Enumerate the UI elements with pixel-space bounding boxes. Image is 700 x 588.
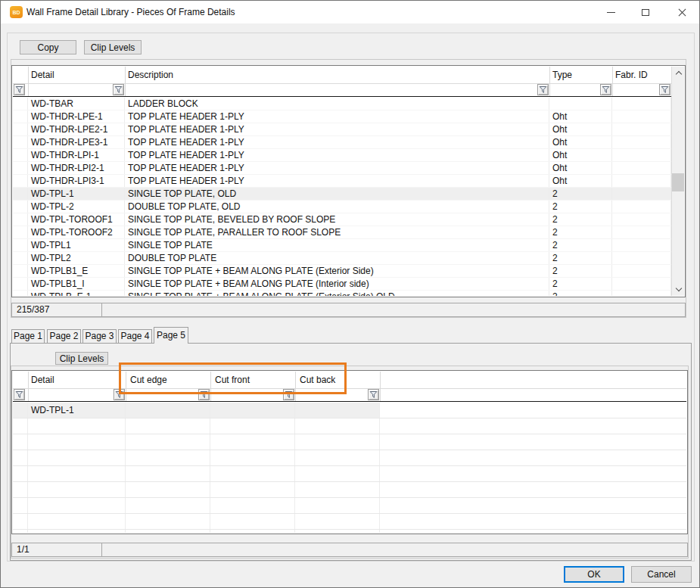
table-row[interactable]: WD-TPL-2DOUBLE TOP PLATE, OLD2 — [13, 201, 671, 213]
filter-button-fabr-id[interactable] — [659, 84, 670, 95]
empty-row — [13, 418, 686, 434]
row-gutter-cell — [13, 213, 28, 226]
copy-button[interactable]: Copy — [20, 40, 76, 54]
cell-fabr-id — [612, 175, 671, 187]
row-gutter-cell — [13, 482, 28, 497]
ok-button[interactable]: OK — [564, 566, 624, 583]
maximize-icon — [642, 9, 649, 16]
column-header-description[interactable]: Description — [128, 70, 173, 80]
record-count: 215/387 — [12, 303, 102, 316]
table-row[interactable]: WD-TBARLADDER BLOCK — [13, 98, 671, 110]
maximize-button[interactable] — [628, 1, 663, 23]
cell-detail: WD-TBAR — [28, 98, 125, 110]
table-row[interactable]: WD-THDR-LPE-1TOP PLATE HEADER 1-PLYOht — [13, 110, 671, 123]
page5-grid-panel: Detail Cut edge Cut front Cut back WD-TP… — [11, 366, 689, 558]
filter-button-type[interactable] — [600, 84, 611, 95]
cell-fabr-id — [612, 265, 671, 277]
table-row[interactable]: WD-TPLB_E-1SINGLE TOP PLATE + BEAM ALONG… — [13, 291, 671, 296]
table-row[interactable]: WD-TPL1SINGLE TOP PLATE2 — [13, 239, 671, 252]
table-row[interactable]: WD-TPL-1 — [13, 403, 686, 418]
cell-detail: WD-THDR-LPE3-1 — [28, 136, 125, 148]
column-header-detail[interactable]: Detail — [31, 70, 54, 80]
column-header-detail[interactable]: Detail — [31, 375, 54, 385]
table-row[interactable]: WD-THDR-LPI-1TOP PLATE HEADER 1-PLYOht — [13, 149, 671, 162]
cell-fabr-id — [612, 226, 671, 238]
row-gutter-cell — [13, 98, 28, 110]
details-grid-rows: WD-TBARLADDER BLOCKWD-THDR-LPE-1TOP PLAT… — [13, 98, 671, 296]
cell-detail — [28, 418, 126, 434]
cell-cut-back — [295, 418, 380, 434]
table-row[interactable]: WD-TPL-1SINGLE TOP PLATE, OLD2 — [13, 188, 671, 201]
cell-cut-edge — [126, 498, 210, 513]
column-separator — [28, 372, 29, 401]
tab-page-5[interactable]: Page 5 — [154, 327, 188, 344]
table-row[interactable]: WD-TPLB1_ESINGLE TOP PLATE + BEAM ALONG … — [13, 265, 671, 278]
table-row[interactable]: WD-TPL-TOROOF1SINGLE TOP PLATE, BEVELED … — [13, 213, 671, 226]
tab-page-1[interactable]: Page 1 — [11, 329, 45, 343]
clip-levels-button[interactable]: Clip Levels — [84, 40, 142, 54]
column-header-type[interactable]: Type — [552, 70, 572, 80]
vertical-scrollbar[interactable] — [671, 67, 684, 296]
table-row[interactable]: WD-THDR-LPI3-1TOP PLATE HEADER 1-PLYOht — [13, 175, 671, 188]
filter-button-gutter[interactable] — [14, 84, 25, 95]
cell-fabr-id — [612, 213, 671, 226]
row-gutter-cell — [13, 252, 28, 264]
cell-detail: WD-THDR-LPI-1 — [28, 149, 125, 161]
minimize-button[interactable] — [593, 1, 628, 23]
tab-page-3[interactable]: Page 3 — [82, 329, 117, 343]
cell-detail: WD-THDR-LPE2-1 — [28, 123, 125, 135]
scroll-up-button[interactable] — [672, 67, 684, 79]
page5-grid: Detail Cut edge Cut front Cut back WD-TP… — [11, 370, 688, 534]
table-row[interactable]: WD-TPL2DOUBLE TOP PLATE2 — [13, 252, 671, 265]
tab-page-4[interactable]: Page 4 — [118, 329, 152, 343]
row-gutter-cell — [13, 278, 28, 290]
cell-detail: WD-THDR-LPI2-1 — [28, 162, 125, 174]
chevron-down-icon — [675, 285, 681, 291]
cell-type: 2 — [549, 201, 612, 213]
details-grid-header: Detail Description Type Fabr. ID — [13, 67, 671, 97]
page5-grid-header: Detail Cut edge Cut front Cut back — [13, 372, 686, 402]
table-row[interactable]: WD-THDR-LPI2-1TOP PLATE HEADER 1-PLYOht — [13, 162, 671, 175]
filter-icon — [114, 86, 123, 94]
cell-fabr-id — [612, 239, 671, 251]
cell-cut-front — [210, 482, 295, 497]
cell-cut-back — [295, 498, 380, 513]
page5-clip-levels-button[interactable]: Clip Levels — [55, 352, 108, 365]
cell-description: SINGLE TOP PLATE + BEAM ALONG PLATE (Ext… — [125, 291, 549, 296]
column-separator — [549, 67, 550, 96]
filter-button-description[interactable] — [537, 84, 549, 95]
filter-button-cut-back[interactable] — [368, 389, 379, 400]
cancel-button[interactable]: Cancel — [631, 566, 692, 583]
details-grid-panel: Detail Description Type Fabr. ID WD-TBAR… — [11, 59, 686, 318]
cell-cut-edge — [126, 482, 210, 497]
filter-icon — [15, 390, 23, 399]
cell-cut-edge — [126, 466, 210, 481]
filter-button-gutter[interactable] — [14, 389, 25, 400]
cell-cut-back — [295, 450, 380, 465]
cell-cut-edge — [126, 434, 210, 450]
table-row[interactable]: WD-THDR-LPE2-1TOP PLATE HEADER 1-PLYOht — [13, 123, 671, 136]
close-button[interactable] — [663, 1, 700, 23]
cell-description: TOP PLATE HEADER 1-PLY — [125, 162, 549, 174]
row-gutter-cell — [13, 434, 28, 450]
column-header-fabr-id[interactable]: Fabr. ID — [615, 70, 648, 80]
table-row[interactable]: WD-TPLB1_ISINGLE TOP PLATE + BEAM ALONG … — [13, 278, 671, 291]
tab-page-2[interactable]: Page 2 — [47, 329, 81, 343]
cell-detail: WD-TPL-1 — [28, 403, 126, 418]
cell-cut-edge — [126, 403, 210, 418]
filter-button-detail[interactable] — [113, 84, 124, 95]
cell-fabr-id — [612, 123, 671, 135]
table-row[interactable]: WD-TPL-TOROOF2SINGLE TOP PLATE, PARALLER… — [13, 226, 671, 239]
cell-description: TOP PLATE HEADER 1-PLY — [125, 123, 549, 135]
table-row[interactable]: WD-THDR-LPE3-1TOP PLATE HEADER 1-PLYOht — [13, 136, 671, 149]
cell-detail: WD-TPL1 — [28, 239, 125, 251]
titlebar: BD Wall Frame Detail Library - Pieces Of… — [1, 1, 699, 23]
scrollbar-thumb[interactable] — [672, 173, 684, 191]
scroll-down-button[interactable] — [672, 283, 684, 296]
cell-type: 2 — [549, 278, 612, 290]
row-gutter-cell — [13, 110, 28, 123]
cell-description: SINGLE TOP PLATE, OLD — [125, 188, 549, 200]
cell-fabr-id — [612, 252, 671, 264]
filter-icon — [369, 390, 378, 399]
cell-description: SINGLE TOP PLATE, PARALLER TO ROOF SLOPE — [125, 226, 549, 238]
